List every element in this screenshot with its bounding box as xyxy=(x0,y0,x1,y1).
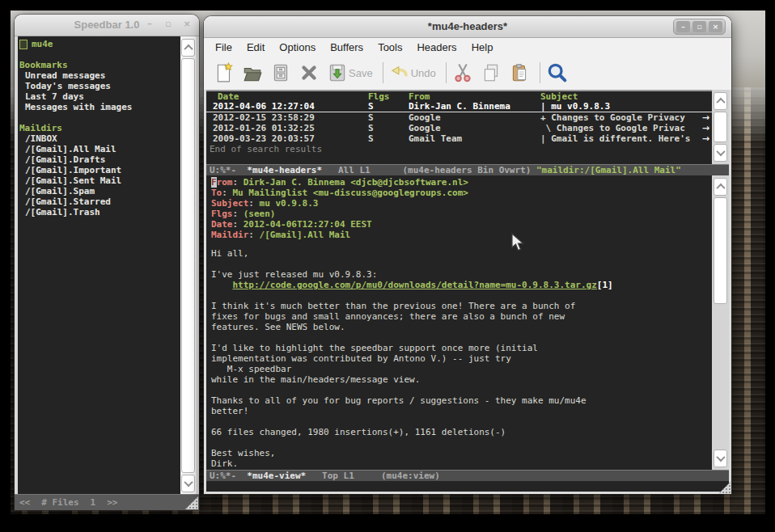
menu-tools[interactable]: Tools xyxy=(371,40,409,55)
headers-column-row[interactable]: DateFlgsFromSubject xyxy=(206,90,712,102)
close-button[interactable]: × xyxy=(182,19,192,29)
scroll-down-button[interactable] xyxy=(714,144,727,162)
speedbar-item[interactable]: Today's messages xyxy=(18,81,180,91)
speedbar-item[interactable]: /[Gmail].Starred xyxy=(18,196,180,207)
menu-edit[interactable]: Edit xyxy=(239,40,272,55)
maximize-button[interactable]: ▫ xyxy=(692,21,706,32)
dired-button[interactable] xyxy=(270,62,291,83)
scroll-up-button[interactable] xyxy=(714,92,727,110)
speedbar-item[interactable]: /[Gmail].Drafts xyxy=(18,154,180,165)
menu-file[interactable]: File xyxy=(208,40,239,55)
scroll-down-button[interactable] xyxy=(181,475,195,492)
field-value: Mu Mailinglist <mu-discuss@googlegroups.… xyxy=(233,188,468,198)
save-button[interactable]: Save xyxy=(327,62,373,83)
speedbar-item[interactable]: Last 7 days xyxy=(18,91,180,102)
headers-scrollbar[interactable] xyxy=(712,90,729,164)
body-line xyxy=(211,290,712,301)
statusbar-segment[interactable]: << xyxy=(19,495,30,510)
field-label: Flgs xyxy=(211,209,233,219)
open-file-button[interactable] xyxy=(242,62,263,83)
field-colon: : xyxy=(233,209,239,219)
field-label: From xyxy=(211,177,233,188)
minimize-button[interactable]: – xyxy=(676,21,690,32)
message-row[interactable]: 2012-04-06 12:27:04SDirk-Jan C. Binnema|… xyxy=(206,102,712,112)
body-line xyxy=(211,437,712,448)
speedbar-item[interactable]: Unread messages xyxy=(18,70,180,81)
close-x-icon xyxy=(299,62,320,83)
message-link[interactable]: http://code.google.com/p/mu0/downloads/d… xyxy=(233,280,597,290)
message-field-flgs: Flgs: (seen) xyxy=(211,209,712,219)
new-file-button[interactable] xyxy=(214,62,235,83)
open-folder-icon xyxy=(242,62,263,83)
scroll-down-button[interactable] xyxy=(714,450,727,467)
search-button[interactable] xyxy=(546,61,569,84)
speedbar-scrollbar[interactable] xyxy=(180,36,196,495)
emacs-titlebar[interactable]: *mu4e-headers* –▫× xyxy=(204,16,731,38)
scroll-up-button[interactable] xyxy=(181,39,195,57)
menu-options[interactable]: Options xyxy=(272,40,323,55)
menu-help[interactable]: Help xyxy=(464,40,501,55)
scrollbar-thumb[interactable] xyxy=(714,112,727,142)
speedbar-item[interactable]: /[Gmail].Sent Mail xyxy=(18,175,180,186)
cell-flags: S xyxy=(368,133,409,144)
body-line: M-x speedbar xyxy=(211,364,712,374)
close-button[interactable]: × xyxy=(709,21,722,32)
modeline-segment: *mu4e-view* xyxy=(247,471,306,481)
scrollbar-thumb[interactable] xyxy=(181,58,195,473)
cell-from: Google xyxy=(409,123,540,133)
body-line: I think it's much better than the previo… xyxy=(211,301,712,311)
message-row[interactable]: 2012-01-26 01:32:25SGoogle \ Changes to … xyxy=(206,123,712,133)
column-header-flgs[interactable]: Flgs xyxy=(368,91,409,102)
cell-from: Dirk-Jan C. Binnema xyxy=(409,102,540,112)
view-scrollbar[interactable] xyxy=(712,175,729,470)
speedbar-titlebar[interactable]: Speedbar 1.0 –▫× xyxy=(15,15,199,36)
modeline-segment: U:%*- xyxy=(210,471,247,481)
message-row[interactable]: 2009-03-23 20:03:57SGmail Team| Gmail is… xyxy=(206,133,712,144)
speedbar-item[interactable]: /[Gmail].Trash xyxy=(18,207,180,217)
field-value: 2012-04-06T12:27:04 EEST xyxy=(244,219,372,230)
speedbar-item[interactable]: /[Gmail].All Mail xyxy=(18,144,180,154)
message-field-from: From: Dirk-Jan C. Binnema <djcb@djcbsoft… xyxy=(211,177,712,188)
scroll-up-button[interactable] xyxy=(714,178,727,196)
statusbar-segment: 1 xyxy=(91,495,96,510)
toolbar-separator xyxy=(383,62,383,83)
undo-button[interactable]: Undo xyxy=(389,62,436,83)
cell-from: Google xyxy=(409,112,540,123)
speedbar-section-bookmarks: Bookmarks xyxy=(18,60,180,70)
field-label: Date xyxy=(211,219,233,230)
mu4e-view-pane: From: Dirk-Jan C. Binnema <djcb@djcbsoft… xyxy=(206,175,729,470)
cell-flags: S xyxy=(368,112,409,123)
speedbar-item[interactable]: /[Gmail].Important xyxy=(18,165,180,175)
field-label: To xyxy=(211,188,222,198)
cut-button[interactable] xyxy=(452,62,473,83)
cell-date: 2012-02-15 23:58:29 xyxy=(213,112,368,123)
speedbar-statusbar: <<# Files1>> xyxy=(15,494,199,510)
chevron-up-icon xyxy=(716,184,725,192)
cell-subject: + Changes to Google Privacy xyxy=(540,112,712,123)
minimize-button[interactable]: – xyxy=(145,19,155,29)
speedbar-item[interactable]: /[Gmail].Spam xyxy=(18,186,180,196)
cell-date: 2012-04-06 12:27:04 xyxy=(213,102,368,112)
menu-headers[interactable]: Headers xyxy=(409,40,464,55)
speedbar-item-mu4e[interactable]: mu4e xyxy=(18,39,180,49)
paste-button[interactable] xyxy=(509,62,530,83)
emacs-window-title: *mu4e-headers* xyxy=(204,20,731,32)
menu-buffers[interactable]: Buffers xyxy=(323,40,371,55)
statusbar-segment[interactable]: >> xyxy=(107,495,117,510)
speedbar-item[interactable]: Messages with images xyxy=(18,102,180,112)
field-colon: : xyxy=(248,198,254,209)
field-value: mu v0.9.8.3 xyxy=(260,198,319,209)
truncation-arrow-icon: → xyxy=(702,123,709,133)
maximize-button[interactable]: ▫ xyxy=(163,19,173,29)
message-row[interactable]: 2012-02-15 23:58:29SGoogle+ Changes to G… xyxy=(206,112,712,123)
minibuffer[interactable] xyxy=(206,481,729,492)
body-line: while in the main/headers/message view. xyxy=(211,374,712,385)
cell-subject: \ Changes to Google Privac xyxy=(540,123,712,133)
close-buffer-button[interactable] xyxy=(299,62,320,83)
speedbar-item[interactable]: /INBOX xyxy=(18,133,180,144)
body-line: Hi all, xyxy=(211,248,712,259)
view-modeline: U:%*- *mu4e-view* Top L1 (mu4e:view) xyxy=(206,470,729,481)
scrollbar-thumb[interactable] xyxy=(714,197,727,304)
mu4e-headers-pane: DateFlgsFromSubject 2012-04-06 12:27:04S… xyxy=(206,90,729,164)
copy-button[interactable] xyxy=(481,62,502,83)
